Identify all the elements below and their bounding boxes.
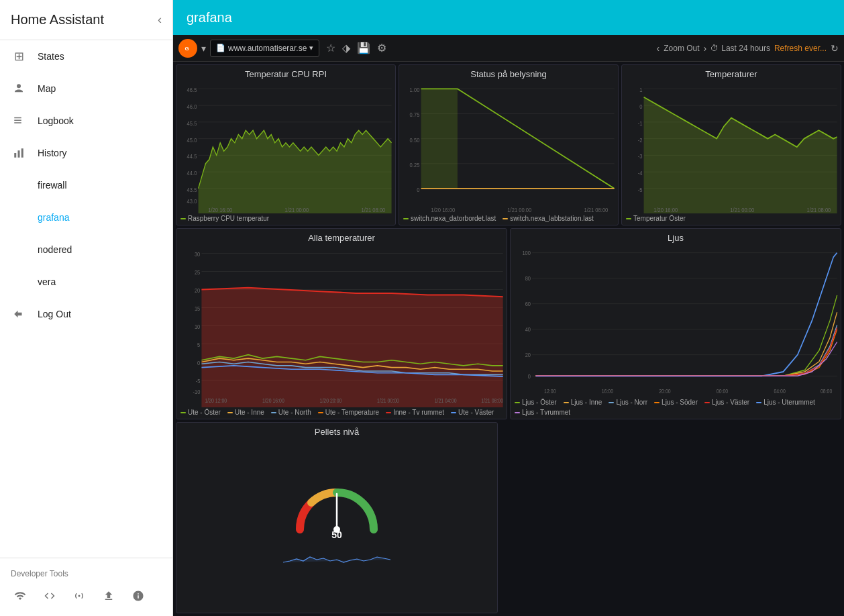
nav-label-history: History [38,148,67,158]
dev-tools-label: Developer Tools [11,564,162,581]
nav-item-map[interactable]: Map [0,72,172,105]
nav-label-grafana: grafana [38,212,69,223]
svg-text:1/20 16:00: 1/20 16:00 [208,207,232,213]
nav-item-states[interactable]: ⊞ States [0,40,172,72]
svg-text:0: 0 [197,359,200,366]
ljus-legend: Ljus - Öster Ljus - Inne Ljus - Norr [511,397,841,419]
svg-text:45.0: 45.0 [187,137,197,144]
url-bar[interactable]: 📄 www.automatiserar.se ▾ [210,40,319,57]
svg-marker-78 [201,288,503,407]
alla-temp-chart: 30 25 20 15 10 5 0 -5 -10 [176,244,507,407]
chevron-left-icon[interactable]: ‹ [657,43,660,54]
dev-tools-section: Developer Tools [0,558,172,616]
star-icon[interactable]: ☆ [326,42,335,54]
info-icon[interactable] [129,586,148,605]
nav-item-vera[interactable]: vera [0,266,172,298]
panel-temperaturer: Temperaturer 1 0 -1 [621,64,841,225]
panel-pellets: Pellets nivå [176,422,498,613]
nav-label-vera: vera [38,276,56,287]
save-icon[interactable]: 💾 [357,42,370,54]
nav-item-nodered[interactable]: nodered [0,234,172,266]
settings-icon[interactable]: ⚙ [377,42,386,54]
sidebar: Home Assistant ‹ ⊞ States Map Logbook Hi… [0,0,173,616]
temp-legend: Temperatur Öster [622,213,841,225]
nav-item-logout[interactable]: Log Out [0,298,172,330]
panel-body-cpu: 46.5 46.0 45.5 45.0 44.5 44.0 43.5 43.0 [176,81,395,213]
svg-text:1/20 16:00: 1/20 16:00 [262,397,284,404]
page-icon: 📄 [216,44,225,52]
logout-icon [11,306,27,322]
nav-item-history[interactable]: History [0,137,172,169]
upload-icon[interactable] [99,586,118,605]
svg-text:45.5: 45.5 [187,120,197,127]
grafana-logo[interactable]: G [178,39,197,58]
svg-marker-25 [199,130,392,213]
time-range-text: Last 24 hours [721,44,770,53]
svg-text:08:00: 08:00 [821,388,832,395]
refresh-text[interactable]: Refresh ever... [774,44,827,53]
svg-text:5: 5 [197,341,200,348]
svg-text:-2: -2 [638,137,643,144]
nav-item-grafana[interactable]: grafana [0,201,172,234]
svg-text:46.0: 46.0 [187,104,197,111]
collapse-icon[interactable]: ‹ [158,13,162,27]
panel-title-temp: Temperaturer [622,65,841,81]
url-dropdown-icon: ▾ [309,44,313,52]
svg-text:1/20 20:00: 1/20 20:00 [320,397,342,404]
nav-label-states: States [38,51,64,62]
time-range[interactable]: ⏱ Last 24 hours [710,44,770,53]
panel-title-cpu: Temperatur CPU RPI [176,65,395,81]
svg-text:20: 20 [525,352,531,359]
chevron-right-icon[interactable]: › [704,43,707,54]
svg-text:0: 0 [639,104,643,111]
svg-rect-1 [14,117,21,119]
svg-text:10: 10 [195,323,201,330]
svg-text:-10: -10 [193,388,200,395]
svg-text:1/20 16:00: 1/20 16:00 [431,207,455,213]
panel-cpu-temp: Temperatur CPU RPI 46.5 [176,64,396,225]
svg-text:-5: -5 [638,187,643,193]
nav-item-firewall[interactable]: firewall [0,169,172,201]
svg-text:-5: -5 [196,377,201,384]
legend-datorbordet: switch.nexa_datorbordet.last [403,215,496,222]
nav-label-logbook: Logbook [38,115,74,126]
chart-icon [11,145,27,161]
zoom-out-label[interactable]: Zoom Out [664,44,699,53]
nav-label-logout: Log Out [38,309,71,319]
cpu-legend: Raspberry CPU temperatur [176,213,395,225]
refresh-icon[interactable]: ↻ [831,43,839,54]
grafana-dropdown-icon[interactable]: ▾ [201,43,206,54]
svg-text:1/21 00:00: 1/21 00:00 [730,207,754,213]
panel-ljus: Ljus 100 80 60 40 [510,228,841,419]
panel-body-pellets: 50 [176,438,497,613]
pellets-mini-chart [283,542,390,572]
svg-text:40: 40 [525,327,531,333]
panel-body-ljus: 100 80 60 40 20 0 [511,244,841,397]
svg-text:1/20 12:00: 1/20 12:00 [205,397,227,404]
alla-temp-legend: Ute - Öster Ute - Inne Ute - North [176,407,507,419]
svg-text:0: 0 [417,187,420,193]
svg-marker-57 [644,97,837,213]
svg-text:1/21 00:00: 1/21 00:00 [377,397,399,404]
svg-rect-5 [18,150,20,158]
svg-text:-4: -4 [638,170,643,177]
panel-row-3: Pellets nivå [176,422,841,613]
svg-text:12:00: 12:00 [544,388,556,395]
share-icon[interactable]: ⬗ [342,42,350,54]
gauge-chart: 50 [290,479,384,540]
empty-space [500,422,841,613]
nav-item-logbook[interactable]: Logbook [0,105,172,137]
grid-icon: ⊞ [11,48,27,64]
url-text: www.automatiserar.se [228,44,307,53]
svg-text:1/21 00:00: 1/21 00:00 [507,207,531,213]
panel-row-2: Alla temperaturer [176,228,841,419]
code-icon[interactable] [40,586,59,605]
svg-text:44.0: 44.0 [187,170,197,177]
svg-text:1/21 08:00: 1/21 08:00 [806,207,831,213]
legend-temp-oster: Temperatur Öster [626,215,686,222]
wifi-icon[interactable] [11,586,30,605]
svg-text:46.5: 46.5 [187,87,197,94]
svg-text:43.0: 43.0 [187,199,197,205]
broadcast-icon[interactable] [70,586,89,605]
svg-rect-6 [21,148,23,158]
